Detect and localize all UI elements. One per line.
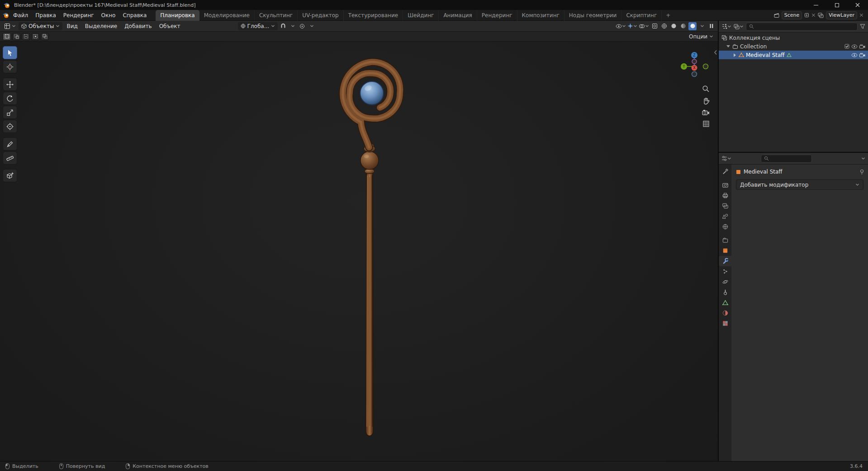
proportional-editing-toggle[interactable] — [298, 22, 306, 30]
toggle-ortho-icon[interactable] — [702, 120, 710, 127]
tab-texture[interactable] — [719, 318, 731, 329]
pin-icon[interactable] — [859, 169, 864, 175]
menu-file[interactable]: Файл — [9, 11, 32, 19]
shading-options-button[interactable] — [698, 22, 706, 30]
properties-editor-type-button[interactable] — [721, 155, 731, 161]
workspace-tab-uv[interactable]: UV-редактор — [298, 10, 343, 21]
minimize-button[interactable] — [806, 0, 826, 10]
workspace-tab-sculpting[interactable]: Скульптинг — [255, 10, 298, 21]
menu-render[interactable]: Рендеринг — [60, 11, 98, 19]
hide-viewport-eye-icon[interactable] — [851, 44, 858, 49]
workspace-tab-animation[interactable]: Анимация — [439, 10, 477, 21]
tool-rotate-button[interactable] — [3, 92, 17, 105]
sidebar-collapse-arrow[interactable] — [714, 50, 717, 55]
tool-transform-button[interactable] — [3, 120, 17, 133]
exclude-checkbox-icon[interactable] — [844, 44, 849, 49]
tab-constraints[interactable] — [719, 287, 731, 297]
visibility-dropdown-button[interactable] — [616, 22, 626, 30]
tab-active-tool[interactable] — [719, 166, 731, 177]
add-modifier-button[interactable]: Добавить модификатор — [736, 179, 863, 190]
select-mode-invert-button[interactable] — [31, 33, 39, 40]
tab-material[interactable] — [719, 308, 731, 318]
viewport-menu-add[interactable]: Добавить — [121, 22, 155, 30]
viewport-canvas[interactable]: Z X Y — [0, 42, 718, 461]
close-button[interactable] — [847, 0, 868, 10]
transform-orientation-selector[interactable]: Глоба... — [238, 22, 278, 30]
tab-world[interactable] — [719, 221, 731, 232]
workspace-tab-texture-paint[interactable]: Текстурирование — [344, 10, 403, 21]
menu-help[interactable]: Справка — [119, 11, 150, 19]
hide-viewport-eye-icon[interactable] — [851, 53, 858, 57]
xray-toggle[interactable] — [650, 22, 659, 30]
tab-output[interactable] — [719, 190, 731, 201]
tab-render[interactable] — [719, 180, 731, 190]
workspace-tab-layout[interactable]: Планировка — [156, 10, 199, 21]
snapping-toggle[interactable] — [279, 22, 287, 30]
outliner-display-mode-button[interactable] — [734, 24, 744, 29]
tool-annotate-button[interactable] — [3, 137, 17, 151]
zoom-tool-icon[interactable] — [702, 85, 710, 93]
outliner-row-scene-collection[interactable]: Коллекция сцены — [719, 33, 868, 42]
navigation-gizmo[interactable]: Z X Y — [677, 48, 712, 83]
browse-scene-icon[interactable] — [774, 13, 779, 18]
medieval-staff-model[interactable] — [0, 42, 718, 461]
disable-render-camera-icon[interactable] — [859, 44, 865, 49]
tab-modifiers[interactable] — [719, 256, 731, 266]
show-overlays-toggle[interactable] — [639, 22, 649, 30]
maximize-button[interactable] — [826, 0, 847, 10]
workspace-tab-compositing[interactable]: Композитинг — [517, 10, 564, 21]
viewport-menu-object[interactable]: Объект — [156, 22, 184, 30]
viewport-menu-view[interactable]: Вид — [63, 22, 81, 30]
tab-object-data[interactable] — [719, 297, 731, 308]
shading-solid-button[interactable] — [669, 22, 678, 30]
outliner-row-collection[interactable]: Collection — [719, 42, 868, 51]
menu-edit[interactable]: Правка — [32, 11, 60, 19]
tool-select-box-button[interactable] — [3, 46, 17, 59]
new-scene-icon[interactable] — [804, 13, 809, 18]
viewport-menu-select[interactable]: Выделение — [82, 22, 120, 30]
tab-collection[interactable] — [719, 235, 731, 245]
workspace-tab-rendering[interactable]: Рендеринг — [477, 10, 517, 21]
workspace-tab-scripting[interactable]: Скриптинг — [621, 10, 662, 21]
pan-hand-icon[interactable] — [702, 97, 710, 105]
tool-measure-button[interactable] — [3, 151, 17, 165]
tool-add-cube-button[interactable] — [3, 169, 17, 182]
workspace-tab-geometry-nodes[interactable]: Ноды геометрии — [564, 10, 622, 21]
remove-view-layer-icon[interactable] — [859, 13, 863, 17]
properties-filter-button[interactable] — [861, 156, 865, 160]
shading-material-button[interactable] — [679, 22, 687, 30]
scene-selector[interactable]: Scene — [782, 11, 802, 19]
tool-options-dropdown[interactable]: Опции — [689, 33, 715, 40]
tab-scene[interactable] — [719, 211, 731, 221]
outliner-editor-type-button[interactable] — [721, 24, 731, 29]
properties-search-input[interactable] — [771, 155, 809, 161]
tab-particles[interactable] — [719, 266, 731, 277]
disclosure-open-icon[interactable] — [726, 45, 730, 47]
select-mode-subtract-button[interactable] — [22, 33, 30, 40]
tool-scale-button[interactable] — [3, 106, 17, 119]
camera-view-icon[interactable] — [702, 109, 710, 116]
pause-preview-button[interactable] — [707, 22, 716, 30]
tab-physics[interactable] — [719, 277, 731, 287]
menu-window[interactable]: Окно — [98, 11, 119, 19]
disclosure-closed-icon[interactable] — [732, 53, 737, 57]
properties-search[interactable] — [761, 155, 812, 163]
select-mode-extend-button[interactable] — [12, 33, 20, 40]
tab-view-layer[interactable] — [719, 201, 731, 211]
select-mode-intersect-button[interactable] — [41, 33, 49, 40]
outliner-row-medieval-staff[interactable]: Medieval Staff — [719, 51, 868, 59]
outliner-search[interactable] — [746, 23, 858, 31]
outliner-search-input[interactable] — [756, 24, 854, 29]
mode-selector[interactable]: Объекты — [19, 22, 62, 30]
app-menu-icon[interactable] — [3, 12, 9, 19]
outliner-filter-button[interactable] — [860, 24, 865, 29]
disable-render-camera-icon[interactable] — [859, 53, 865, 57]
unlink-scene-icon[interactable] — [811, 13, 816, 17]
editor-type-button[interactable] — [2, 22, 18, 30]
workspace-tab-shading[interactable]: Шейдинг — [403, 10, 439, 21]
tool-move-button[interactable] — [3, 78, 17, 91]
tab-object[interactable] — [719, 245, 731, 256]
snapping-options-button[interactable] — [289, 22, 297, 30]
proportional-falloff-button[interactable] — [308, 22, 316, 30]
select-mode-new-button[interactable] — [3, 33, 11, 40]
